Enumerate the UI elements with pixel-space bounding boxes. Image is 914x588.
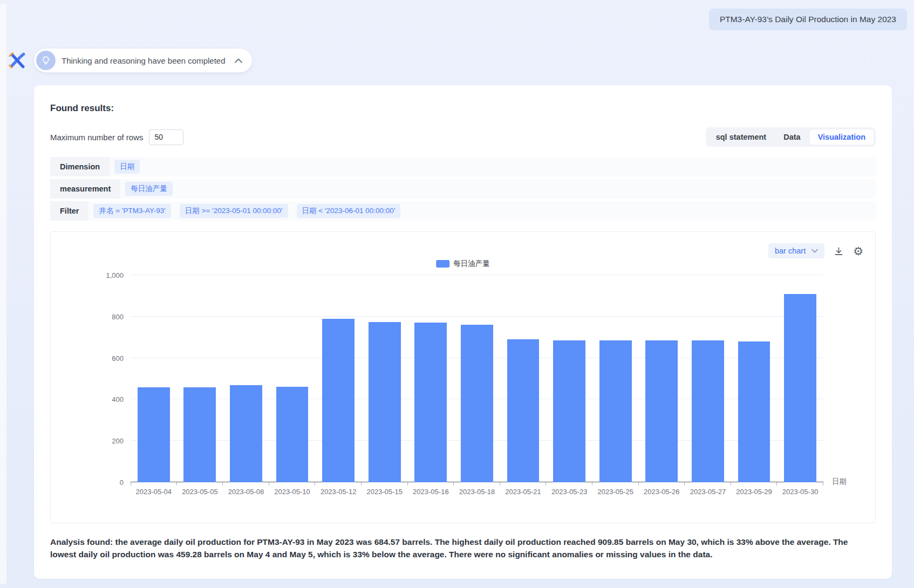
y-axis-tick-label: 800 (112, 312, 124, 320)
assistant-header: Thinking and reasoning have been complet… (8, 49, 252, 72)
x-axis-tick (684, 482, 685, 486)
x-axis-tick (361, 482, 361, 486)
bar-2023-05-30[interactable] (784, 294, 816, 482)
x-axis-tick (407, 482, 408, 486)
download-icon[interactable] (834, 246, 844, 256)
attr-row-label: Dimension (50, 157, 110, 176)
tab-data[interactable]: Data (775, 129, 808, 145)
chart-band: 2023-05-10 (269, 275, 316, 482)
chart-band: 2023-05-05 (177, 275, 223, 482)
y-axis-tick-label: 400 (112, 395, 124, 404)
bar-2023-05-29[interactable] (738, 341, 770, 482)
x-axis-tick-label: 2023-05-27 (690, 488, 726, 496)
chart-band: 2023-05-23 (546, 275, 592, 482)
user-message-bubble: PTM3-AY-93’s Daily Oil Production in May… (709, 9, 907, 30)
bar-chart-plot: 02004006008001,000 2023-05-042023-05-052… (131, 275, 823, 482)
attr-row-measurement: measurement每日油产量 (50, 179, 876, 199)
bar-2023-05-08[interactable] (230, 385, 262, 482)
bar-2023-05-15[interactable] (369, 322, 401, 482)
x-axis-tick-label: 2023-05-05 (182, 488, 218, 496)
attr-tag[interactable]: 日期 >= '2023-05-01 00:00:00' (180, 204, 288, 218)
bar-2023-05-18[interactable] (461, 325, 493, 482)
lightbulb-icon (36, 51, 56, 70)
attr-row-filter: Filter井名 = 'PTM3-AY-93'日期 >= '2023-05-01… (50, 201, 876, 221)
chart-band: 2023-05-25 (592, 275, 639, 482)
attr-tag[interactable]: 日期 < '2023-06-01 00:00:00' (297, 204, 401, 218)
assistant-logo-icon (8, 51, 27, 70)
x-axis-tick-label: 2023-05-23 (551, 488, 588, 496)
bar-2023-05-23[interactable] (553, 340, 585, 482)
view-tabs: sql statementDataVisualization (706, 127, 876, 147)
chart-bars: 2023-05-042023-05-052023-05-082023-05-10… (131, 275, 823, 482)
x-axis-tick-label: 2023-05-08 (228, 488, 264, 496)
bar-2023-05-21[interactable] (507, 339, 540, 482)
gear-icon[interactable]: ⚙ (853, 245, 863, 257)
y-axis-tick-label: 200 (112, 437, 124, 445)
x-axis-tick (731, 482, 731, 486)
chevron-down-icon (811, 249, 818, 253)
tab-sql-statement[interactable]: sql statement (708, 129, 774, 145)
bar-2023-05-27[interactable] (692, 340, 724, 482)
x-axis-tick-label: 2023-05-12 (320, 488, 357, 496)
x-axis-tick (592, 482, 592, 486)
x-axis-tick-label: 2023-05-10 (274, 488, 310, 496)
thinking-status-text: Thinking and reasoning have been complet… (62, 56, 226, 65)
x-axis-tick-label: 2023-05-15 (367, 488, 403, 496)
controls-row: Maximum number of rows sql statementData… (50, 127, 876, 147)
bar-2023-05-12[interactable] (322, 319, 354, 482)
bar-2023-05-16[interactable] (414, 323, 447, 482)
x-axis-tick-label: 2023-05-29 (736, 488, 772, 496)
x-axis-tick-label: 2023-05-30 (782, 488, 818, 496)
attr-tag[interactable]: 日期 (114, 160, 140, 174)
thinking-status-pill[interactable]: Thinking and reasoning have been complet… (34, 49, 252, 72)
x-axis-tick-label: 2023-05-04 (136, 488, 172, 496)
chart-type-select[interactable]: bar chart (768, 243, 824, 258)
attr-tag[interactable]: 每日油产量 (125, 182, 173, 196)
chart-controls: bar chart ⚙ (768, 243, 863, 258)
attr-row-tags: 井名 = 'PTM3-AY-93'日期 >= '2023-05-01 00:00… (88, 201, 405, 221)
chart-band: 2023-05-26 (639, 275, 685, 482)
chart-legend[interactable]: 每日油产量 (436, 259, 490, 269)
results-card: Found results: Maximum number of rows sq… (34, 85, 892, 579)
x-axis-tick (545, 482, 546, 486)
attr-row-tags: 每日油产量 (120, 179, 178, 199)
y-axis-tick-label: 0 (120, 478, 124, 487)
chart-band: 2023-05-08 (223, 275, 269, 482)
x-axis-tick (222, 482, 223, 486)
bar-2023-05-05[interactable] (183, 387, 216, 482)
chart-band: 2023-05-29 (731, 275, 777, 482)
x-axis-tick (176, 482, 177, 486)
chart-band: 2023-05-16 (408, 275, 454, 482)
y-axis-tick-label: 600 (112, 354, 124, 362)
x-axis-tick-label: 2023-05-21 (505, 488, 541, 496)
x-axis-tick (823, 482, 823, 486)
x-axis-name: 日期 (832, 477, 847, 487)
results-heading: Found results: (50, 103, 876, 114)
tab-visualization[interactable]: Visualization (810, 129, 874, 145)
x-axis-tick-label: 2023-05-18 (459, 488, 495, 496)
chart-band: 2023-05-15 (361, 275, 408, 482)
x-axis-tick (638, 482, 639, 486)
attr-tag[interactable]: 井名 = 'PTM3-AY-93' (93, 204, 170, 218)
bar-2023-05-26[interactable] (645, 340, 678, 482)
left-edge-panel (0, 3, 6, 585)
chart-panel: bar chart ⚙ 每日油产量 02004006008001,000 202… (50, 231, 876, 523)
legend-label: 每日油产量 (453, 259, 490, 269)
bar-2023-05-25[interactable] (599, 340, 632, 482)
attr-row-label: Filter (50, 201, 88, 221)
chevron-up-icon[interactable] (235, 58, 242, 63)
legend-swatch (436, 260, 449, 268)
x-axis-tick-label: 2023-05-16 (413, 488, 449, 496)
chart-band: 2023-05-12 (315, 275, 361, 482)
x-axis-tick-label: 2023-05-26 (644, 488, 680, 496)
chart-band: 2023-05-21 (500, 275, 547, 482)
y-axis-tick-label: 1,000 (106, 271, 124, 279)
chart-band: 2023-05-30 (777, 275, 823, 482)
chart-band: 2023-05-27 (685, 275, 731, 482)
bar-2023-05-04[interactable] (138, 387, 170, 482)
chart-type-label: bar chart (775, 247, 806, 255)
bar-2023-05-10[interactable] (276, 387, 309, 482)
attr-row-label: measurement (50, 179, 120, 199)
max-rows-label: Maximum number of rows (50, 133, 144, 142)
max-rows-input[interactable] (149, 129, 183, 145)
